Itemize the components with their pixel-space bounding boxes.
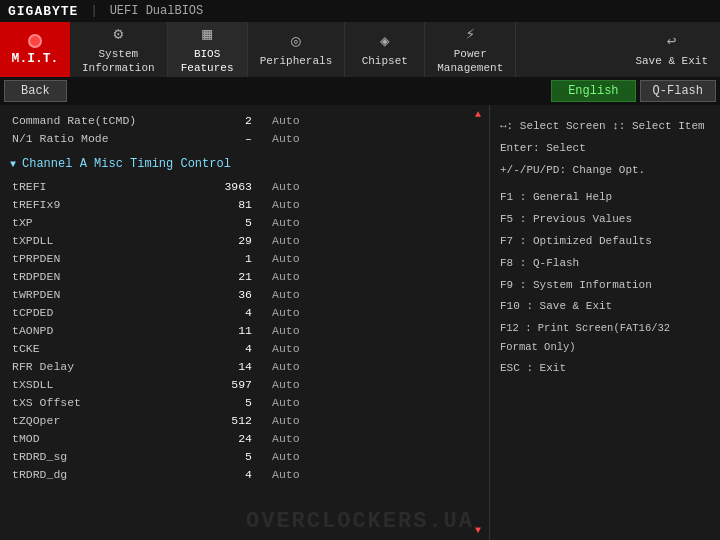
param-name-trefi: tREFI: [12, 180, 212, 193]
param-row-tprpden[interactable]: tPRPDEN 1 Auto: [10, 249, 479, 267]
param-name-tcke: tCKE: [12, 342, 212, 355]
help-f12-text: F12 : Print Screen(FAT16/32 Format Only): [500, 319, 710, 357]
param-value-trdpden: 21: [212, 270, 272, 283]
param-row-trefIx9[interactable]: tREFIx9 81 Auto: [10, 195, 479, 213]
left-panel: ▲ Command Rate(tCMD) 2 Auto N/1 Ratio Mo…: [0, 105, 490, 540]
nav-bar: M.I.T. ⚙ SystemInformation ▦ BIOSFeature…: [0, 22, 720, 77]
help-f10: F10 : Save & Exit: [500, 297, 710, 317]
param-row-tmod[interactable]: tMOD 24 Auto: [10, 429, 479, 447]
param-name-trdrd-dg: tRDRD_dg: [12, 468, 212, 481]
help-f9-text: F9 : System Information: [500, 276, 652, 296]
chipset-label: Chipset: [362, 55, 408, 68]
param-name-txs-offset: tXS Offset: [12, 396, 212, 409]
param-row-n1-ratio[interactable]: N/1 Ratio Mode – Auto: [10, 129, 479, 147]
language-button[interactable]: English: [551, 80, 635, 102]
help-f7-text: F7 : Optimized Defaults: [500, 232, 652, 252]
param-row-txsdll[interactable]: tXSDLL 597 Auto: [10, 375, 479, 393]
scroll-down-indicator: ▼: [475, 525, 481, 536]
help-change-text: +/-/PU/PD: Change Opt.: [500, 161, 645, 181]
param-option-n1-ratio: Auto: [272, 132, 300, 145]
param-row-trdpden[interactable]: tRDPDEN 21 Auto: [10, 267, 479, 285]
help-select-screen: ↔: Select Screen ↕: Select Item: [500, 117, 710, 137]
param-name-trdpden: tRDPDEN: [12, 270, 212, 283]
nav-item-power-management[interactable]: ⚡ PowerManagement: [425, 22, 516, 77]
param-row-taonpd[interactable]: tAONPD 11 Auto: [10, 321, 479, 339]
param-value-trdrd-sg: 5: [212, 450, 272, 463]
param-name-txsdll: tXSDLL: [12, 378, 212, 391]
param-row-tcpded[interactable]: tCPDED 4 Auto: [10, 303, 479, 321]
param-value-txpdll: 29: [212, 234, 272, 247]
param-name-tprpden: tPRPDEN: [12, 252, 212, 265]
right-panel: ↔: Select Screen ↕: Select Item Enter: S…: [490, 105, 720, 540]
param-value-tprpden: 1: [212, 252, 272, 265]
chipset-icon: ◈: [380, 31, 390, 51]
param-option-trdrd-sg: Auto: [272, 450, 300, 463]
nav-item-peripherals[interactable]: ◎ Peripherals: [248, 22, 346, 77]
peripherals-label: Peripherals: [260, 55, 333, 68]
param-value-taonpd: 11: [212, 324, 272, 337]
param-name-txpdll: tXPDLL: [12, 234, 212, 247]
brand-label: GIGABYTE: [8, 4, 78, 19]
param-row-trefi[interactable]: tREFI 3963 Auto: [10, 177, 479, 195]
help-f9: F9 : System Information: [500, 276, 710, 296]
param-value-n1-ratio: –: [212, 132, 272, 145]
mit-dot-icon: [28, 34, 42, 48]
help-f5: F5 : Previous Values: [500, 210, 710, 230]
param-option-tmod: Auto: [272, 432, 300, 445]
param-value-tcpded: 4: [212, 306, 272, 319]
param-option-txp: Auto: [272, 216, 300, 229]
param-row-trdrd-sg[interactable]: tRDRD_sg 5 Auto: [10, 447, 479, 465]
scroll-up-indicator: ▲: [475, 109, 481, 120]
param-name-taonpd: tAONPD: [12, 324, 212, 337]
help-f5-text: F5 : Previous Values: [500, 210, 632, 230]
param-value-twrpden: 36: [212, 288, 272, 301]
help-f8-text: F8 : Q-Flash: [500, 254, 579, 274]
param-row-txpdll[interactable]: tXPDLL 29 Auto: [10, 231, 479, 249]
nav-item-bios-features[interactable]: ▦ BIOSFeatures: [168, 22, 248, 77]
param-option-txs-offset: Auto: [272, 396, 300, 409]
param-option-trdrd-dg: Auto: [272, 468, 300, 481]
top-bar: GIGABYTE | UEFI DualBIOS: [0, 0, 720, 22]
param-row-tcke[interactable]: tCKE 4 Auto: [10, 339, 479, 357]
dualbios-label: UEFI DualBIOS: [110, 4, 204, 18]
action-bar: Back English Q-Flash: [0, 77, 720, 105]
param-value-rfr-delay: 14: [212, 360, 272, 373]
separator: |: [90, 4, 97, 18]
help-f1: F1 : General Help: [500, 188, 710, 208]
param-row-txs-offset[interactable]: tXS Offset 5 Auto: [10, 393, 479, 411]
save-exit-icon: ↩: [667, 31, 677, 51]
param-row-tzqoper[interactable]: tZQOper 512 Auto: [10, 411, 479, 429]
qflash-button[interactable]: Q-Flash: [640, 80, 716, 102]
param-value-command-rate: 2: [212, 114, 272, 127]
param-row-rfr-delay[interactable]: RFR Delay 14 Auto: [10, 357, 479, 375]
param-row-txp[interactable]: tXP 5 Auto: [10, 213, 479, 231]
nav-save-exit-button[interactable]: ↩ Save & Exit: [623, 22, 720, 77]
help-f12: F12 : Print Screen(FAT16/32 Format Only): [500, 319, 710, 357]
param-option-tcke: Auto: [272, 342, 300, 355]
param-row-trdrd-dg[interactable]: tRDRD_dg 4 Auto: [10, 465, 479, 483]
bios-features-icon: ▦: [202, 24, 212, 44]
nav-item-system-information[interactable]: ⚙ SystemInformation: [70, 22, 168, 77]
back-button[interactable]: Back: [4, 80, 67, 102]
help-f7: F7 : Optimized Defaults: [500, 232, 710, 252]
mit-label: M.I.T.: [12, 51, 59, 66]
help-panel: ↔: Select Screen ↕: Select Item Enter: S…: [500, 117, 710, 379]
help-enter-text: Enter: Select: [500, 139, 586, 159]
param-row-command-rate[interactable]: Command Rate(tCMD) 2 Auto: [10, 111, 479, 129]
help-change: +/-/PU/PD: Change Opt.: [500, 161, 710, 181]
power-icon: ⚡: [465, 24, 475, 44]
param-option-tzqoper: Auto: [272, 414, 300, 427]
param-value-tcke: 4: [212, 342, 272, 355]
param-value-tzqoper: 512: [212, 414, 272, 427]
param-name-trefIx9: tREFIx9: [12, 198, 212, 211]
param-name-trdrd-sg: tRDRD_sg: [12, 450, 212, 463]
param-option-txsdll: Auto: [272, 378, 300, 391]
section-channel-a: Channel A Misc Timing Control: [10, 155, 479, 173]
nav-item-chipset[interactable]: ◈ Chipset: [345, 22, 425, 77]
param-option-taonpd: Auto: [272, 324, 300, 337]
help-esc: ESC : Exit: [500, 359, 710, 379]
nav-mit-button[interactable]: M.I.T.: [0, 22, 70, 77]
help-f1-text: F1 : General Help: [500, 188, 612, 208]
param-name-rfr-delay: RFR Delay: [12, 360, 212, 373]
param-row-twrpden[interactable]: tWRPDEN 36 Auto: [10, 285, 479, 303]
